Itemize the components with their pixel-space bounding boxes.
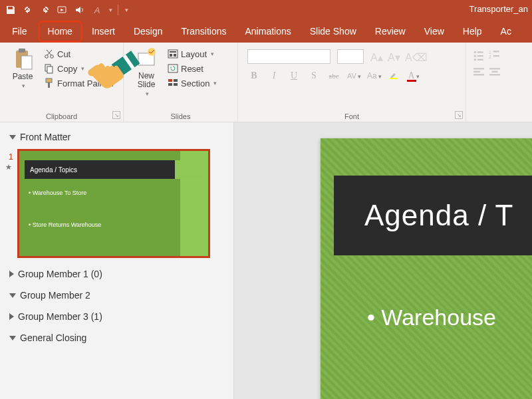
svg-point-5 <box>51 55 54 59</box>
bullets-icon[interactable] <box>473 49 485 60</box>
slide-thumbnail[interactable]: Agenda / Topics • Warehouse To Store • S… <box>17 149 210 258</box>
outline-panel[interactable]: Front Matter 1 ★ Agenda / Topics • Wareh… <box>0 122 234 399</box>
section-label: General Closing <box>20 332 86 343</box>
tab-view[interactable]: View <box>415 21 454 43</box>
reset-label: Reset <box>181 64 203 74</box>
svg-rect-37 <box>489 74 500 75</box>
slide-bullet[interactable]: • Warehouse <box>367 305 496 331</box>
dropdown-caret-icon <box>22 82 25 89</box>
reset-icon <box>168 63 178 74</box>
format-painter-icon <box>44 78 55 88</box>
strike-button[interactable]: abc <box>327 72 340 80</box>
document-title: Transporter_an <box>469 4 528 14</box>
volume-icon[interactable] <box>73 3 86 17</box>
svg-rect-20 <box>174 83 178 86</box>
svg-rect-16 <box>168 65 178 72</box>
tab-animations[interactable]: Animations <box>235 21 300 43</box>
section-group-2[interactable]: Group Member 2 <box>0 285 233 306</box>
tab-review[interactable]: Review <box>366 21 415 43</box>
tab-home[interactable]: Home <box>38 21 82 43</box>
layout-button[interactable]: Layout <box>165 48 219 60</box>
grow-font-icon[interactable]: A▴ <box>370 51 381 62</box>
reset-button[interactable]: Reset <box>165 63 219 74</box>
char-spacing-button[interactable]: AV <box>347 72 360 80</box>
tab-insert[interactable]: Insert <box>82 21 124 43</box>
save-icon[interactable] <box>4 3 17 17</box>
disclosure-triangle-icon <box>9 336 16 340</box>
tab-acrobat[interactable]: Ac <box>491 21 521 43</box>
title-bar: A Transporter_an <box>0 0 532 20</box>
svg-rect-21 <box>390 78 398 79</box>
svg-rect-34 <box>473 74 484 75</box>
slide-canvas-area[interactable]: Agenda / T • Warehouse <box>234 122 532 399</box>
highlight-button[interactable] <box>387 69 400 82</box>
layout-icon <box>168 49 178 59</box>
font-color-button[interactable]: A <box>407 70 420 81</box>
font-name-combo[interactable] <box>247 49 331 64</box>
section-label: Front Matter <box>20 132 70 142</box>
start-from-beginning-icon[interactable] <box>56 3 69 17</box>
clipboard-dialog-launcher[interactable]: ↘ <box>112 111 120 119</box>
disclosure-triangle-icon <box>9 313 14 320</box>
redo-icon[interactable] <box>39 3 52 17</box>
underline-button[interactable]: U <box>287 70 301 81</box>
group-font: A▴ A▾ A⌫ B I U S abc AV Aa A Font ↘ <box>238 43 466 122</box>
new-slide-button[interactable]: New Slide <box>128 45 165 97</box>
align-left-icon[interactable] <box>473 66 485 77</box>
ribbon-tabs: File Home Insert Design Transitions Anim… <box>0 20 532 43</box>
font-group-label: Font <box>242 111 462 120</box>
svg-rect-17 <box>168 79 172 82</box>
slide-title[interactable]: Agenda / T <box>334 176 532 255</box>
svg-rect-14 <box>170 54 172 57</box>
svg-point-24 <box>474 55 476 57</box>
section-group-1[interactable]: Group Member 1 (0) <box>0 263 233 285</box>
thumb-bullet: • Store Returns Warehouse <box>29 221 101 228</box>
disclosure-triangle-icon <box>9 293 16 298</box>
slides-group-label: Slides <box>128 111 233 120</box>
tab-design[interactable]: Design <box>124 21 172 43</box>
svg-rect-25 <box>477 55 483 57</box>
paste-label: Paste <box>13 72 33 81</box>
section-button[interactable]: Section <box>165 77 219 89</box>
font-size-combo[interactable] <box>337 49 364 64</box>
svg-rect-13 <box>170 51 176 53</box>
tab-transitions[interactable]: Transitions <box>172 21 236 43</box>
shadow-button[interactable]: S <box>307 70 321 81</box>
tab-help[interactable]: Help <box>454 21 491 43</box>
italic-button[interactable]: I <box>267 70 281 81</box>
section-group-3[interactable]: Group Member 3 (1) <box>0 306 233 327</box>
section-front-matter[interactable]: Front Matter <box>0 126 233 148</box>
section-label: Group Member 1 (0) <box>18 269 102 279</box>
paste-button[interactable]: Paste <box>4 45 41 89</box>
qat-separator <box>118 5 118 15</box>
copy-button[interactable]: Copy <box>41 63 117 74</box>
disclosure-triangle-icon <box>9 135 16 140</box>
align-center-icon[interactable] <box>489 66 501 77</box>
slide-number: 1 <box>4 149 13 162</box>
shrink-font-icon[interactable]: A▾ <box>388 51 398 62</box>
undo-icon[interactable] <box>21 3 35 17</box>
tab-file[interactable]: File <box>8 21 38 43</box>
section-label: Group Member 3 (1) <box>18 311 102 322</box>
svg-rect-27 <box>477 59 483 61</box>
quick-access-toolbar: A <box>4 3 128 17</box>
section-icon <box>168 78 178 88</box>
svg-rect-23 <box>477 51 483 53</box>
format-painter-button[interactable]: Format Painter <box>41 77 117 89</box>
slide[interactable]: Agenda / T • Warehouse <box>321 138 532 399</box>
font-dialog-launcher[interactable]: ↘ <box>455 111 463 119</box>
tab-slideshow[interactable]: Slide Show <box>301 21 366 43</box>
slide-thumbnail-row: 1 ★ Agenda / Topics • Warehouse To Store… <box>0 148 233 263</box>
group-paragraph: 12 <box>466 43 507 122</box>
bold-button[interactable]: B <box>247 70 261 81</box>
section-general-closing[interactable]: General Closing <box>0 327 233 348</box>
font-style-icon[interactable]: A <box>90 3 104 17</box>
svg-point-4 <box>45 55 49 59</box>
section-label: Section <box>181 78 209 88</box>
clear-format-icon[interactable]: A⌫ <box>405 51 416 62</box>
cut-button[interactable]: Cut <box>41 48 117 60</box>
thumb-title: Agenda / Topics <box>25 160 175 179</box>
change-case-button[interactable]: Aa <box>367 71 380 81</box>
svg-rect-31 <box>493 55 499 57</box>
numbering-icon[interactable]: 12 <box>489 49 501 60</box>
